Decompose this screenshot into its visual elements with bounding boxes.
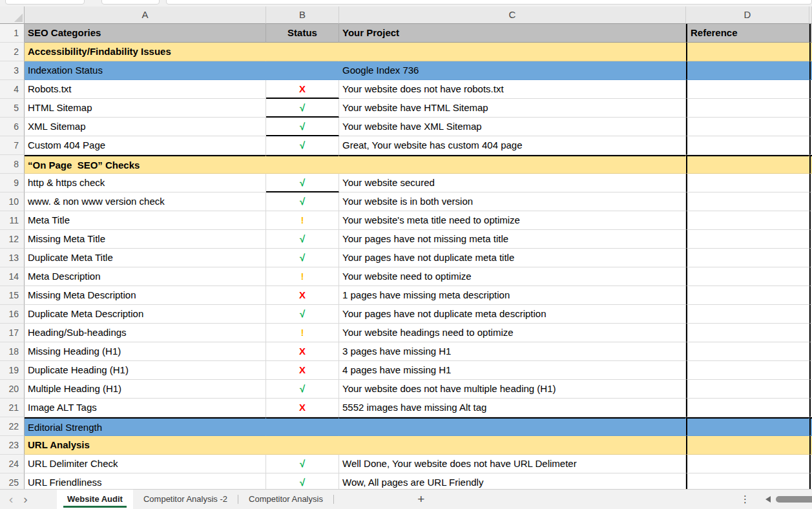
cell-D11[interactable] xyxy=(686,211,809,230)
row-header-2[interactable]: 2 xyxy=(0,43,25,61)
cell-C3[interactable]: Google Index 736 xyxy=(339,61,686,80)
cell-A22[interactable]: Editorial Strength xyxy=(25,417,266,436)
cell-C7[interactable]: Great, Your website has custom 404 page xyxy=(339,136,686,155)
row-header-7[interactable]: 7 xyxy=(0,136,25,155)
cell-B15[interactable]: X xyxy=(266,286,339,305)
row-header-10[interactable]: 10 xyxy=(0,192,25,211)
cell-A10[interactable]: www. & non www version check xyxy=(25,192,266,211)
row-header-17[interactable]: 17 xyxy=(0,324,25,342)
cell-C9[interactable]: Your website secured xyxy=(339,174,686,192)
sheet-nav-left-icon[interactable]: ‹ xyxy=(9,490,13,509)
row-header-15[interactable]: 15 xyxy=(0,286,25,305)
cell-C6[interactable]: Your website have XML Sitemap xyxy=(339,118,686,136)
cell-B25[interactable]: √ xyxy=(266,473,339,489)
sheet-tab-website-audit[interactable]: Website Audit xyxy=(57,490,133,509)
cell-C17[interactable]: Your website headings need to optimize xyxy=(339,324,686,342)
cell-B8[interactable] xyxy=(266,155,339,174)
cell-D23[interactable] xyxy=(686,436,809,455)
row-header-14[interactable]: 14 xyxy=(0,267,25,286)
sheet-nav-right-icon[interactable]: › xyxy=(23,490,27,509)
cell-A20[interactable]: Multiple Heading (H1) xyxy=(25,380,266,399)
cell-D1[interactable]: Reference xyxy=(686,24,809,43)
scrollbar-left-arrow-icon[interactable] xyxy=(765,496,771,503)
cell-D21[interactable] xyxy=(686,399,809,417)
cell-D22[interactable] xyxy=(686,417,809,436)
cell-A3[interactable]: Indexation Status xyxy=(25,61,266,80)
cell-B24[interactable]: √ xyxy=(266,455,339,473)
cell-D5[interactable] xyxy=(686,99,809,118)
row-header-12[interactable]: 12 xyxy=(0,230,25,249)
row-header-22[interactable]: 22 xyxy=(0,417,25,436)
cell-B21[interactable]: X xyxy=(266,399,339,417)
column-header-A[interactable]: A xyxy=(25,6,266,24)
cell-A19[interactable]: Duplicate Heading (H1) xyxy=(25,361,266,380)
cell-C10[interactable]: Your website is in both version xyxy=(339,192,686,211)
row-header-11[interactable]: 11 xyxy=(0,211,25,230)
cell-D13[interactable] xyxy=(686,249,809,267)
cell-A21[interactable]: Image ALT Tags xyxy=(25,399,266,417)
cell-B18[interactable]: X xyxy=(266,342,339,361)
cell-B16[interactable]: √ xyxy=(266,305,339,324)
cell-C4[interactable]: Your website does not have robots.txt xyxy=(339,80,686,99)
cell-D10[interactable] xyxy=(686,192,809,211)
cell-B4[interactable]: X xyxy=(266,80,339,99)
cell-B5[interactable]: √ xyxy=(266,99,339,118)
cell-A13[interactable]: Duplicate Meta Title xyxy=(25,249,266,267)
cell-B2[interactable] xyxy=(266,43,339,61)
select-all-corner[interactable] xyxy=(0,6,25,24)
cell-C15[interactable]: 1 pages have missing meta description xyxy=(339,286,686,305)
cell-A15[interactable]: Missing Meta Description xyxy=(25,286,266,305)
row-header-19[interactable]: 19 xyxy=(0,361,25,380)
column-header-B[interactable]: B xyxy=(266,6,339,24)
cell-C16[interactable]: Your pages have not duplicate meta descr… xyxy=(339,305,686,324)
cell-B13[interactable]: √ xyxy=(266,249,339,267)
cell-B9[interactable]: √ xyxy=(266,174,339,192)
tab-overflow-icon[interactable]: ⋮ xyxy=(740,493,750,505)
cell-D6[interactable] xyxy=(686,118,809,136)
cell-D17[interactable] xyxy=(686,324,809,342)
cell-D18[interactable] xyxy=(686,342,809,361)
sheet-tab-competitor-analysis-2[interactable]: Competitor Analysis -2 xyxy=(133,490,238,509)
cell-B6[interactable]: √ xyxy=(266,118,339,136)
row-header-9[interactable]: 9 xyxy=(0,174,25,192)
cell-D7[interactable] xyxy=(686,136,809,155)
cell-A1[interactable]: SEO Categories xyxy=(25,24,266,43)
cell-D25[interactable] xyxy=(686,473,809,489)
cell-C21[interactable]: 5552 images have missing Alt tag xyxy=(339,399,686,417)
cell-A5[interactable]: HTML Sitemap xyxy=(25,99,266,118)
row-header-16[interactable]: 16 xyxy=(0,305,25,324)
cell-B20[interactable]: √ xyxy=(266,380,339,399)
cell-A4[interactable]: Robots.txt xyxy=(25,80,266,99)
cell-B17[interactable]: ! xyxy=(266,324,339,342)
cell-C14[interactable]: Your website need to optimize xyxy=(339,267,686,286)
cell-A17[interactable]: Heading/Sub-headings xyxy=(25,324,266,342)
cell-D2[interactable] xyxy=(686,43,809,61)
add-sheet-button[interactable]: + xyxy=(410,490,432,509)
cell-D16[interactable] xyxy=(686,305,809,324)
horizontal-scrollbar-thumb[interactable] xyxy=(776,496,812,503)
row-header-4[interactable]: 4 xyxy=(0,80,25,99)
cell-B12[interactable]: √ xyxy=(266,230,339,249)
column-header-C[interactable]: C xyxy=(339,6,686,24)
cell-A8[interactable]: “On Page SEO” Checks xyxy=(25,155,266,174)
cell-C5[interactable]: Your website have HTML Sitemap xyxy=(339,99,686,118)
cell-D3[interactable] xyxy=(686,61,809,80)
cell-C18[interactable]: 3 pages have missing H1 xyxy=(339,342,686,361)
row-header-23[interactable]: 23 xyxy=(0,436,25,455)
formula-bar-buttons[interactable] xyxy=(101,0,160,5)
row-header-21[interactable]: 21 xyxy=(0,399,25,417)
cell-C25[interactable]: Wow, All pages are URL Friendly xyxy=(339,473,686,489)
cell-C8[interactable] xyxy=(339,155,686,174)
cell-A18[interactable]: Missing Heading (H1) xyxy=(25,342,266,361)
cell-A6[interactable]: XML Sitemap xyxy=(25,118,266,136)
name-box[interactable] xyxy=(5,0,85,5)
cell-C20[interactable]: Your website does not have multiple head… xyxy=(339,380,686,399)
cell-C23[interactable] xyxy=(339,436,686,455)
cell-B14[interactable]: ! xyxy=(266,267,339,286)
cell-B11[interactable]: ! xyxy=(266,211,339,230)
cell-B10[interactable]: √ xyxy=(266,192,339,211)
row-header-1[interactable]: 1 xyxy=(0,24,25,43)
cell-B7[interactable]: √ xyxy=(266,136,339,155)
row-header-13[interactable]: 13 xyxy=(0,249,25,267)
cell-A7[interactable]: Custom 404 Page xyxy=(25,136,266,155)
